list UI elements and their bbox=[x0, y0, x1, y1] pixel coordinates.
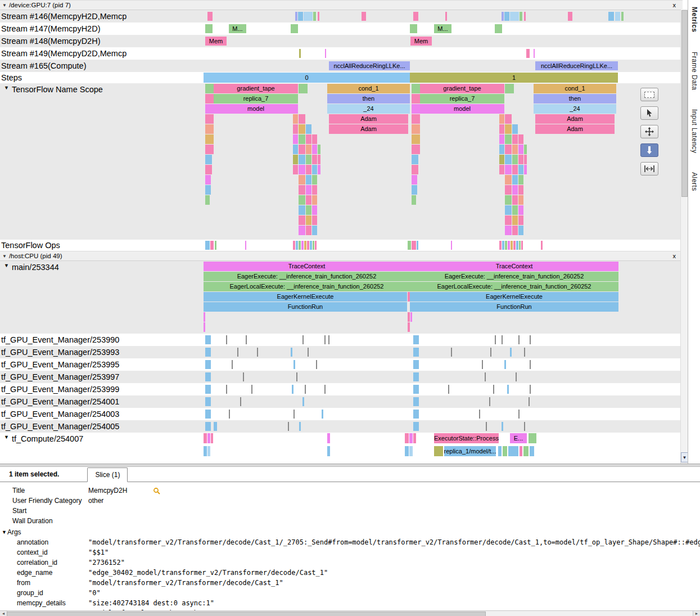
slice[interactable] bbox=[207, 446, 210, 456]
slice[interactable] bbox=[519, 241, 521, 250]
slice[interactable] bbox=[495, 24, 502, 33]
slice[interactable] bbox=[518, 215, 523, 225]
slice[interactable] bbox=[448, 385, 449, 394]
slice[interactable] bbox=[505, 165, 512, 174]
slice[interactable] bbox=[299, 205, 305, 215]
slice[interactable] bbox=[412, 134, 420, 144]
slice[interactable] bbox=[305, 385, 306, 394]
slice[interactable] bbox=[362, 12, 366, 21]
slice[interactable] bbox=[413, 385, 419, 394]
side-tab-metrics[interactable]: Metrics bbox=[690, 7, 698, 33]
slice[interactable] bbox=[232, 360, 233, 369]
track-name-tf-gpu-event-manager-254003[interactable]: tf_GPU_Event_Manager/254003 bbox=[0, 408, 141, 420]
track-name-stream-147[interactable]: Stream #147(MemcpyH2D) bbox=[0, 23, 141, 35]
slice[interactable] bbox=[408, 322, 410, 332]
expander-icon[interactable]: ▼ bbox=[4, 263, 9, 268]
slice[interactable] bbox=[204, 312, 205, 322]
slice[interactable] bbox=[205, 165, 212, 174]
slice[interactable] bbox=[518, 410, 520, 419]
slice[interactable] bbox=[306, 165, 311, 174]
slice[interactable] bbox=[516, 372, 517, 381]
slice[interactable] bbox=[205, 360, 211, 369]
slice[interactable] bbox=[412, 114, 420, 124]
slice[interactable] bbox=[512, 134, 518, 144]
slice[interactable] bbox=[482, 360, 483, 369]
track-name-tf-gpu-event-manager-253993[interactable]: tf_GPU_Event_Manager/253993 bbox=[0, 346, 141, 358]
slice[interactable] bbox=[524, 422, 525, 431]
slice[interactable] bbox=[215, 241, 216, 250]
slice[interactable] bbox=[505, 226, 512, 235]
timing-tool-button[interactable] bbox=[640, 162, 658, 176]
slice[interactable] bbox=[312, 205, 317, 215]
slice[interactable] bbox=[299, 49, 301, 58]
slice[interactable] bbox=[505, 145, 512, 154]
slice[interactable] bbox=[292, 385, 293, 394]
slice[interactable] bbox=[293, 165, 298, 174]
track-name-steps[interactable]: Steps bbox=[0, 72, 141, 83]
slice[interactable] bbox=[512, 185, 518, 195]
slice[interactable] bbox=[412, 155, 418, 164]
slice[interactable] bbox=[529, 397, 530, 406]
slice[interactable] bbox=[205, 348, 211, 357]
slice[interactable] bbox=[293, 360, 295, 369]
slice[interactable] bbox=[530, 335, 531, 344]
slice[interactable] bbox=[299, 241, 301, 250]
slice[interactable] bbox=[313, 12, 316, 21]
slice[interactable] bbox=[504, 360, 506, 369]
track-lane-tf-gpu-event-manager-253995[interactable] bbox=[141, 358, 680, 371]
slice[interactable] bbox=[498, 446, 502, 456]
slice[interactable] bbox=[409, 433, 413, 443]
slice[interactable] bbox=[490, 348, 491, 357]
slice[interactable] bbox=[240, 397, 241, 406]
slice[interactable] bbox=[499, 114, 504, 124]
slice[interactable] bbox=[296, 241, 298, 250]
slice-model[interactable]: model bbox=[214, 104, 298, 114]
track-lane-tf-compute-254007[interactable]: ExecutorState::ProcessE...replica_1/mode… bbox=[141, 433, 680, 461]
slice[interactable] bbox=[493, 385, 494, 394]
slice[interactable] bbox=[214, 422, 217, 431]
slice[interactable] bbox=[524, 165, 527, 174]
track-lane-tf-gpu-event-manager-253997[interactable] bbox=[141, 371, 680, 383]
args-section-header[interactable]: ▼ Args bbox=[0, 527, 700, 537]
track-name-tf-gpu-event-manager-253997[interactable]: tf_GPU_Event_Manager/253997 bbox=[0, 371, 141, 383]
slice[interactable] bbox=[299, 134, 305, 144]
slice[interactable] bbox=[451, 348, 452, 357]
slice[interactable] bbox=[324, 385, 326, 394]
slice-replica-1-model-t[interactable]: replica_1/model/t... bbox=[444, 446, 496, 456]
slice[interactable] bbox=[205, 155, 212, 164]
slice[interactable] bbox=[304, 12, 313, 21]
slice[interactable] bbox=[518, 185, 523, 195]
collapse-icon[interactable]: ▼ bbox=[2, 3, 7, 8]
slice[interactable] bbox=[505, 241, 507, 250]
slice[interactable] bbox=[504, 12, 509, 21]
track-lane-tf-gpu-event-manager-253990[interactable] bbox=[141, 334, 680, 346]
slice[interactable] bbox=[205, 84, 214, 93]
slice[interactable] bbox=[293, 134, 298, 144]
slice[interactable] bbox=[205, 94, 214, 104]
slice-cond-1[interactable]: cond_1 bbox=[534, 84, 616, 93]
slice[interactable] bbox=[615, 12, 620, 21]
slice-eagerexecute-inference-train-function-260252[interactable]: EagerExecute: __inference_train_function… bbox=[410, 272, 618, 281]
slice[interactable] bbox=[512, 155, 518, 164]
slice[interactable] bbox=[503, 446, 507, 456]
collapse-icon[interactable]: ▼ bbox=[2, 254, 7, 259]
slice[interactable] bbox=[530, 385, 531, 394]
slice[interactable] bbox=[499, 134, 504, 144]
slice[interactable] bbox=[513, 241, 516, 250]
slice[interactable] bbox=[507, 385, 509, 394]
cpu-close-button[interactable]: x bbox=[673, 251, 676, 260]
slice[interactable] bbox=[211, 433, 213, 443]
slice[interactable] bbox=[318, 165, 320, 174]
slice[interactable] bbox=[518, 145, 523, 154]
slice[interactable] bbox=[523, 446, 529, 456]
slice[interactable] bbox=[299, 185, 305, 195]
slice-adam[interactable]: Adam bbox=[535, 114, 615, 124]
slice[interactable] bbox=[412, 104, 420, 114]
track-lane-main-253344[interactable]: TraceContextTraceContextEagerExecute: __… bbox=[141, 261, 680, 334]
slice-cond-1[interactable]: cond_1 bbox=[327, 84, 410, 93]
slice[interactable] bbox=[479, 410, 480, 419]
slice[interactable] bbox=[299, 422, 301, 431]
slice[interactable] bbox=[512, 226, 518, 235]
slice[interactable] bbox=[327, 446, 330, 456]
slice-gradient-tape[interactable]: gradient_tape bbox=[420, 84, 504, 93]
